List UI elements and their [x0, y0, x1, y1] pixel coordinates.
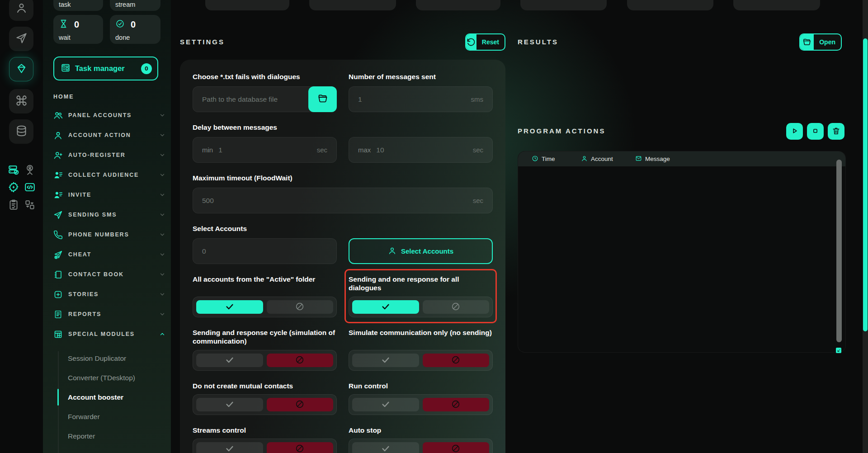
wait-stat-label: wait: [59, 34, 71, 41]
toggle-no-button[interactable]: [267, 442, 334, 453]
task-manager-button[interactable]: Task manager 0: [53, 57, 158, 80]
submenu-item-reporter[interactable]: Reporter: [58, 426, 171, 446]
sidebar-item-phone-numbers[interactable]: PHONE NUMBERS: [53, 225, 165, 245]
ban-icon: [451, 444, 461, 453]
open-results-button[interactable]: Open: [799, 33, 842, 51]
stream-stat-label: stream: [115, 1, 135, 8]
check-icon: [381, 399, 391, 411]
page-scrollbar-thumb[interactable]: [863, 38, 868, 331]
notebook-icon: [53, 270, 63, 279]
gear-icon[interactable]: [8, 181, 19, 193]
toggle-one-response: Sending and one response for all dialogu…: [349, 275, 493, 317]
done-stat-card: 0 done: [110, 15, 160, 44]
file-path-input[interactable]: [202, 95, 301, 104]
sidebar: task stream 0 wait 0 done Task manager 0…: [43, 0, 171, 453]
person-list-icon: [53, 190, 63, 200]
person-icon: [388, 246, 396, 256]
page-scrollbar[interactable]: [863, 0, 868, 453]
chevron-down-icon: [159, 271, 165, 278]
toggle-yes-button[interactable]: [196, 354, 263, 367]
clipboard-check-icon[interactable]: [8, 199, 19, 211]
toggle-no-button[interactable]: [267, 354, 334, 367]
messages-count-input[interactable]: [358, 95, 466, 104]
command-rail-button[interactable]: [9, 89, 33, 113]
toggle-yes-button[interactable]: [352, 354, 419, 367]
premium-rail-button[interactable]: [9, 57, 33, 81]
paper-plane-plus-icon: [53, 250, 63, 260]
paper-plane-icon: [15, 32, 28, 46]
check-circle-icon: [115, 19, 125, 30]
chevron-down-icon: [159, 311, 165, 317]
chevron-down-icon: [159, 172, 165, 178]
sidebar-item-collect-audience[interactable]: COLLECT AUDIENCE: [53, 165, 165, 185]
timeout-unit: sec: [473, 197, 483, 204]
toggle-yes-button[interactable]: [196, 398, 263, 411]
swap-icon[interactable]: [24, 199, 36, 211]
delay-field-label: Delay between messages: [193, 123, 337, 132]
toggle-no-button[interactable]: [267, 300, 334, 314]
icon-rail: [0, 0, 43, 453]
sidebar-item-panel-accounts[interactable]: PANEL ACCOUNTS: [53, 105, 165, 125]
toggle-yes-button[interactable]: [352, 442, 419, 453]
sidebar-item-invite[interactable]: INVITE: [53, 185, 165, 205]
ban-icon: [295, 444, 305, 453]
database-rail-button[interactable]: [9, 119, 33, 144]
timeout-input[interactable]: [202, 197, 467, 205]
toggle-no-button[interactable]: [423, 398, 490, 411]
top-tab-button[interactable]: [205, 0, 289, 10]
sidebar-item-sending-sms[interactable]: SENDING SMS: [53, 205, 165, 225]
sender-rail-button[interactable]: [9, 27, 33, 51]
table-scrollbar[interactable]: [836, 160, 842, 342]
delay-max-input[interactable]: [376, 146, 467, 154]
users-icon: [53, 111, 63, 120]
submenu-item-converter-tdesktop[interactable]: Converter (TDesktop): [58, 368, 171, 387]
chevron-down-icon: [159, 231, 165, 238]
sidebar-item-home[interactable]: HOME: [53, 94, 74, 100]
browse-file-button[interactable]: [308, 86, 337, 112]
sidebar-item-account-action[interactable]: ACCOUNT ACTION: [53, 125, 165, 145]
resize-handle[interactable]: [836, 348, 841, 353]
code-window-icon[interactable]: [24, 181, 36, 193]
select-accounts-button[interactable]: Select Accounts: [349, 238, 493, 264]
delay-min-input[interactable]: [218, 146, 311, 154]
toggle-no-button[interactable]: [267, 398, 334, 411]
toggle-yes-button[interactable]: [196, 442, 263, 453]
sidebar-item-special-modules[interactable]: SPECIAL MODULES: [53, 324, 165, 344]
folder-icon: [800, 34, 814, 50]
task-stat-label: task: [59, 1, 71, 8]
toggle-no-button[interactable]: [423, 300, 490, 314]
profile-rail-button[interactable]: [9, 0, 33, 21]
toggle-no-mutual-contacts: Do not create mutual contacts: [193, 382, 337, 415]
spacer: [349, 224, 493, 238]
accounts-count-input[interactable]: [202, 247, 327, 255]
task-stat-card: task: [53, 0, 103, 11]
submenu-item-session-duplicator[interactable]: Session Duplicator: [58, 349, 171, 368]
submenu-item-forwarder[interactable]: Forwarder: [58, 407, 171, 426]
start-button[interactable]: [786, 123, 803, 140]
toggle-run-control: Run control: [349, 382, 493, 415]
sidebar-item-cheat[interactable]: CHEAT: [53, 245, 165, 264]
settings-card: Choose *.txt fails with dialogues Number…: [180, 60, 505, 453]
program-actions-title: PROGRAM ACTIONS: [518, 127, 605, 135]
clear-button[interactable]: [828, 123, 844, 140]
spacer: [349, 123, 493, 137]
file-path-field: [193, 86, 337, 112]
toggle-no-button[interactable]: [423, 442, 490, 453]
sidebar-item-stories[interactable]: STORIES: [53, 284, 165, 304]
sidebar-item-reports[interactable]: REPORTS: [53, 304, 165, 324]
server-check-icon[interactable]: [8, 164, 19, 176]
webcam-person-icon[interactable]: [24, 164, 36, 176]
toggle-yes-button[interactable]: [196, 300, 263, 314]
toggle-no-button[interactable]: [423, 354, 490, 367]
toggle-yes-button[interactable]: [352, 300, 419, 314]
stop-button[interactable]: [807, 123, 824, 140]
reset-button[interactable]: Reset: [465, 33, 505, 51]
column-header-account: Account: [581, 151, 613, 166]
toggle-yes-button[interactable]: [352, 398, 419, 411]
sidebar-item-contact-book[interactable]: CONTACT BOOK: [53, 264, 165, 284]
submenu-item-account-booster[interactable]: Account booster: [58, 387, 171, 407]
folder-icon: [317, 93, 328, 105]
sidebar-item-auto-register[interactable]: AUTO-REGISTER: [53, 145, 165, 165]
top-tab-button[interactable]: [416, 0, 500, 10]
top-tab-button[interactable]: [309, 0, 396, 10]
